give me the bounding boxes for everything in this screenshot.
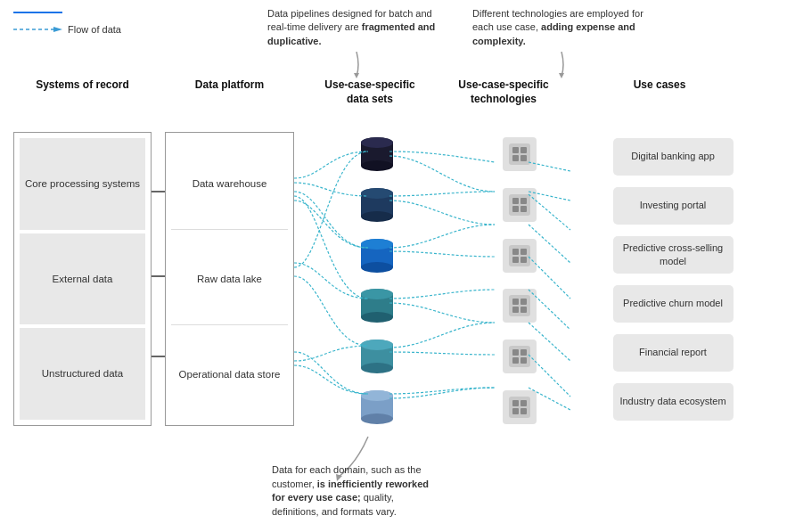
svg-point-15: [361, 262, 393, 273]
svg-rect-47: [512, 307, 519, 313]
dataset-cylinder-3: [355, 233, 399, 278]
usecase-financial-report: Financial report: [613, 334, 734, 372]
svg-point-7: [361, 160, 393, 171]
svg-rect-50: [512, 349, 519, 356]
svg-rect-52: [512, 357, 519, 364]
svg-rect-33: [520, 155, 527, 161]
svg-rect-45: [512, 299, 519, 305]
usecase-predictive-churn: Predictive churn model: [613, 285, 734, 323]
svg-rect-49: [509, 346, 530, 367]
svg-rect-55: [512, 400, 519, 406]
sys-item-unstructured: Unstructured data: [20, 328, 145, 420]
tech-icon-5: [503, 340, 537, 373]
diagram-container: Flow of data Data pipelines designed for…: [0, 0, 795, 532]
svg-rect-43: [520, 257, 527, 263]
platform-item-warehouse: Data warehouse: [171, 138, 288, 230]
svg-rect-32: [512, 155, 519, 161]
dataset-cylinder-6: [355, 385, 399, 430]
tech-icon-3: [503, 239, 537, 273]
usecase-predictive-crossselling: Predictive cross-selling model: [613, 236, 734, 274]
col-header-datasets: Use-case-specific data sets: [316, 78, 423, 106]
svg-rect-54: [509, 397, 530, 418]
svg-rect-51: [520, 349, 527, 356]
usecase-investing-portal: Investing portal: [613, 187, 734, 225]
datasets-column: [348, 129, 406, 432]
svg-point-19: [361, 312, 393, 323]
svg-rect-36: [520, 198, 527, 204]
svg-rect-37: [512, 206, 519, 212]
svg-point-8: [361, 137, 393, 148]
svg-rect-34: [509, 194, 530, 216]
sys-item-core: Core processing systems: [20, 138, 145, 230]
svg-rect-46: [520, 299, 527, 305]
svg-rect-40: [512, 249, 519, 255]
svg-point-24: [361, 340, 393, 350]
svg-rect-31: [520, 147, 527, 153]
svg-rect-39: [509, 245, 530, 266]
dataset-cylinder-2: [355, 183, 399, 227]
annotation-top-right-text: Different technologies are employed for …: [472, 8, 643, 46]
tech-icon-6: [503, 390, 537, 424]
dataset-cylinder-4: [355, 283, 399, 328]
data-platform-box: Data warehouse Raw data lake Operational…: [165, 132, 294, 426]
tech-icon-4: [503, 289, 537, 323]
usecase-industry-data: Industry data ecosystem: [613, 383, 734, 421]
svg-rect-30: [512, 147, 519, 153]
svg-rect-57: [512, 408, 519, 414]
platform-item-operational: Operational data store: [171, 329, 288, 420]
svg-marker-4: [559, 73, 564, 78]
col-header-platform: Data platform: [165, 78, 294, 93]
tech-icons-column: [495, 129, 544, 432]
svg-rect-42: [512, 257, 519, 263]
svg-rect-38: [520, 206, 527, 212]
annotation-top-left-text: Data pipelines designed for batch and re…: [267, 8, 435, 46]
use-cases-column: Digital banking app Investing portal Pre…: [570, 132, 775, 426]
usecase-digital-banking: Digital banking app: [613, 138, 734, 176]
svg-rect-53: [520, 357, 527, 364]
annotation-top-left: Data pipelines designed for batch and re…: [267, 7, 446, 83]
dataset-cylinder-1: [355, 132, 399, 176]
svg-rect-58: [520, 408, 527, 414]
tech-icon-1: [503, 137, 537, 171]
dataset-cylinder-5: [355, 334, 399, 379]
systems-of-record-box: Core processing systems External data Un…: [13, 132, 152, 426]
col-header-technologies: Use-case-specific technologies: [455, 78, 553, 106]
svg-marker-2: [53, 27, 62, 32]
annotation-top-right: Different technologies are employed for …: [472, 7, 651, 83]
legend-label: Flow of data: [68, 24, 121, 35]
annotation-bottom: Data for each domain, such as the custom…: [272, 463, 441, 519]
annotation-bottom-text: Data for each domain, such as the custom…: [272, 464, 429, 516]
sys-item-external: External data: [20, 233, 145, 325]
svg-point-11: [361, 211, 393, 222]
svg-rect-44: [509, 295, 530, 316]
col-header-systems: Systems of record: [13, 78, 152, 93]
svg-rect-48: [520, 307, 527, 313]
platform-item-lake: Raw data lake: [171, 233, 288, 325]
svg-point-28: [361, 390, 393, 401]
svg-rect-35: [512, 198, 519, 204]
svg-point-23: [361, 363, 393, 373]
svg-rect-29: [509, 143, 530, 165]
svg-point-20: [361, 289, 393, 299]
svg-point-27: [361, 413, 393, 424]
svg-point-12: [361, 188, 393, 199]
tech-icon-2: [503, 188, 537, 222]
svg-rect-41: [520, 249, 527, 255]
svg-point-16: [361, 239, 393, 250]
legend-dashed: Flow of data: [13, 24, 121, 35]
col-header-usecases: Use cases: [606, 78, 713, 93]
svg-rect-56: [520, 400, 527, 406]
legend: Flow of data: [13, 11, 121, 35]
